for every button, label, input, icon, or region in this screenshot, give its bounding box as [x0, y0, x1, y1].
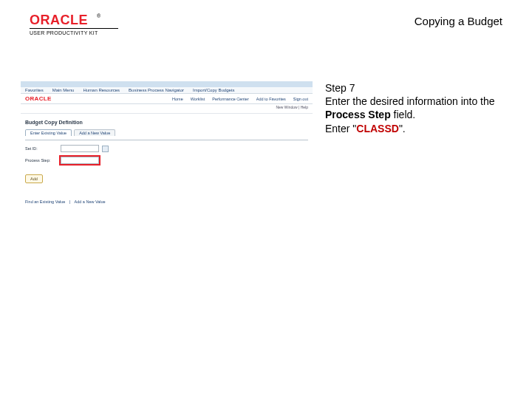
slide-header: ORACLE® USER PRODUCTIVITY KIT Copying a …: [30, 13, 502, 35]
setid-row: Set ID:: [25, 145, 308, 152]
instruction-line-2: Enter "CLASSD".: [325, 122, 502, 135]
global-link[interactable]: Performance Center: [212, 97, 249, 101]
process-step-row: Process Step:: [25, 157, 308, 164]
nav-item[interactable]: Human Resources: [83, 88, 120, 92]
logo-divider: [30, 28, 118, 29]
setid-label: Set ID:: [25, 146, 58, 151]
nav-item[interactable]: Business Process Navigator: [129, 88, 184, 92]
subtab-bar: Enter Existing Value Add a New Value: [25, 129, 308, 136]
global-link[interactable]: Home: [172, 97, 183, 101]
process-step-label: Process Step:: [25, 158, 58, 163]
setid-field[interactable]: [61, 145, 99, 152]
text: ".: [399, 123, 406, 134]
global-links: Home Worklist Performance Center Add to …: [172, 97, 308, 101]
lookup-icon[interactable]: [102, 146, 109, 152]
oracle-logo-block: ORACLE® USER PRODUCTIVITY KIT: [30, 13, 118, 35]
global-link[interactable]: Sign out: [293, 97, 308, 101]
upk-subbrand: USER PRODUCTIVITY KIT: [30, 30, 118, 35]
footer-links: Find an Existing Value | Add a New Value: [25, 200, 308, 204]
window-titlebar: [21, 81, 313, 87]
add-button[interactable]: Add: [25, 174, 43, 183]
breadcrumb: Favorites Main Menu Human Resources Busi…: [21, 87, 313, 94]
tab-existing-value[interactable]: Enter Existing Value: [25, 129, 72, 136]
text: field.: [391, 109, 415, 120]
footer-divider: |: [69, 200, 70, 204]
meta-links[interactable]: New Window | Help: [276, 105, 308, 109]
nav-item[interactable]: Main Menu: [52, 88, 75, 92]
text: Enter the desired information into the: [325, 95, 495, 107]
global-link[interactable]: Worklist: [191, 97, 205, 101]
app-body: Budget Copy Definition Enter Existing Va…: [21, 114, 313, 210]
app-oracle-logo: ORACLE: [25, 95, 52, 102]
global-link[interactable]: Add to Favorites: [256, 97, 286, 101]
footer-link-existing[interactable]: Find an Existing Value: [25, 200, 65, 204]
step-label: Step 7: [325, 81, 502, 95]
app-screenshot: Favorites Main Menu Human Resources Busi…: [21, 81, 313, 210]
oracle-tm: ®: [97, 13, 100, 18]
field-name: Process Step: [325, 109, 391, 120]
oracle-logo: ORACLE®: [30, 13, 118, 27]
page-title: Copying a Budget: [415, 15, 502, 27]
oracle-logo-text: ORACLE: [30, 13, 95, 27]
nav-item[interactable]: Favorites: [25, 88, 44, 92]
enter-value: CLASSD: [356, 123, 399, 134]
process-step-field[interactable]: [61, 157, 99, 164]
instruction-panel: Step 7 Enter the desired information int…: [325, 81, 502, 135]
footer-link-add-new[interactable]: Add a New Value: [75, 200, 106, 204]
page-heading: Budget Copy Definition: [25, 120, 308, 125]
nav-item[interactable]: Import/Copy Budgets: [193, 88, 234, 92]
text: Enter ": [325, 123, 356, 134]
app-header-row: ORACLE Home Worklist Performance Center …: [21, 94, 313, 104]
page-meta-row: New Window | Help: [21, 104, 313, 114]
tab-add-new-value[interactable]: Add a New Value: [74, 129, 115, 136]
instruction-line-1: Enter the desired information into the P…: [325, 95, 502, 121]
subtab-divider: [25, 140, 308, 140]
